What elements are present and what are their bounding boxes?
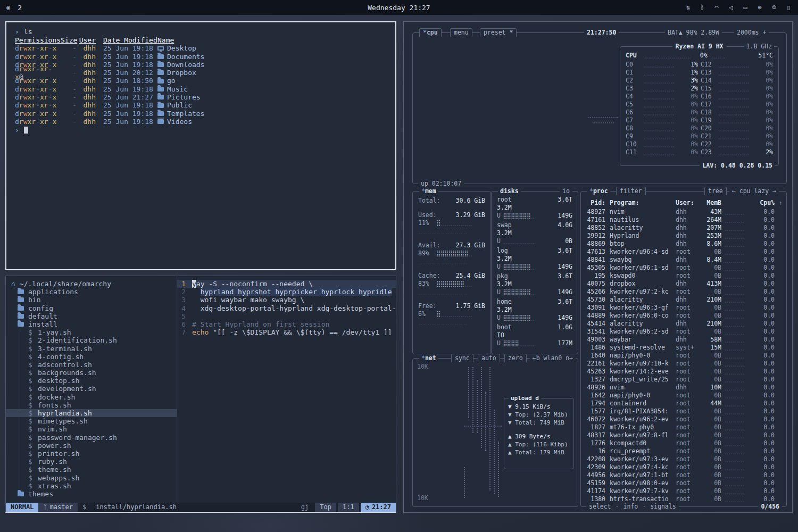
process-header[interactable]: Pid: Program: User: MemB Cpu% xyxy=(585,199,783,207)
tree-item[interactable]: $ruby.sh xyxy=(6,458,177,466)
user-icon[interactable]: ☺ xyxy=(771,4,777,11)
process-row[interactable]: 1577irq/81-PIXA3854:root0B⣀⣀⣀⣀⣀0.0 xyxy=(585,408,783,415)
process-row[interactable]: 1380btrfs-transactioroot0B⣀⣀⣀⣀⣀0.0 xyxy=(585,495,783,503)
net-sync-toggle[interactable]: sync xyxy=(451,354,473,362)
process-row[interactable]: 47161nautilusdhh264M⣀⣀⣀⣀⣀0.0 xyxy=(585,216,783,224)
tree-item[interactable]: $password-manager.sh xyxy=(6,434,177,442)
tree-item[interactable]: $1-yay.sh xyxy=(6,328,177,336)
process-row[interactable]: 1776kcompactd0root0B⣀⣀⣀⣀⣀0.0 xyxy=(585,439,783,447)
dropbox-icon[interactable]: ⇅ xyxy=(685,4,691,11)
process-row[interactable]: 46072kworker/u96:2-evroot0B⣀⣀⣀⣀⣀0.0 xyxy=(585,415,783,423)
tree-item[interactable]: themes xyxy=(6,490,177,498)
tree-item[interactable]: $desktop.sh xyxy=(6,377,177,385)
process-row[interactable]: 45266kworker/u97:2-kcroot0B⣀⣀⣀⣀⣀0.0 xyxy=(585,288,783,296)
battery-icon[interactable]: ▯ xyxy=(785,4,792,11)
tree-item[interactable]: $power.sh xyxy=(6,442,177,450)
process-row[interactable]: 49003waybardhh58M⣀⣀⣀⣀⣀0.0 xyxy=(585,336,783,344)
network-box-title[interactable]: *net xyxy=(419,354,438,362)
tree-item[interactable]: $mimetypes.sh xyxy=(6,417,177,425)
tree-item[interactable]: $adscontrol.sh xyxy=(6,361,177,369)
process-row[interactable]: 45159kworker/u98:0-evroot0B⣀⣀⣀⣀⣀0.0 xyxy=(585,479,783,487)
process-row[interactable]: 39912Hyprlanddhh253M⣀⣀⣀⣀⣀0.0 xyxy=(585,232,783,240)
memory-box-title[interactable]: *mem xyxy=(419,187,438,195)
process-row[interactable]: 40075dropboxdhh413M⣀⣀⣀⣀⣀0.0 xyxy=(585,280,783,288)
process-row[interactable]: 1827mt76-tx phy0root0B⣀⣀⣀⣀⣀0.0 xyxy=(585,423,783,431)
process-row[interactable]: 1327dmcrypt_write/25root0B⣀⣀⣀⣀⣀0.0 xyxy=(585,376,783,384)
io-toggle[interactable]: io xyxy=(560,187,572,195)
process-row[interactable]: 48841swaybgdhh8.4M⣀⣀⣀⣀⣀0.0 xyxy=(585,256,783,264)
tab-menu[interactable]: menu xyxy=(450,28,472,37)
tree-item[interactable]: default xyxy=(6,312,177,320)
tree-item[interactable]: config xyxy=(6,304,177,312)
process-row[interactable]: 41174kworker/u97:7-kvroot0B⣀⣀⣀⣀⣀0.0 xyxy=(585,487,783,495)
tree-item[interactable]: $4-config.sh xyxy=(6,353,177,361)
disks-box-title[interactable]: disks xyxy=(498,187,521,195)
tree-item[interactable]: $3-terminal.sh xyxy=(6,345,177,353)
tree-item[interactable]: bin xyxy=(6,296,177,304)
process-row[interactable]: 44956kworker/u97:1-btroot0B⣀⣀⣀⣀⣀0.0 xyxy=(585,471,783,479)
btop-window[interactable]: *cpu menu preset * 21:27:50 BAT▲ 98% 2.8… xyxy=(403,21,793,513)
process-row[interactable]: 48927nvimdhh43M⣀⣀⣀⣀⣀0.0 xyxy=(585,208,783,216)
process-row[interactable]: 1794containerdroot44M⣀⣀⣀⣀⣀0.0 xyxy=(585,400,783,408)
process-row[interactable]: 44889kworker/u96:0-coroot0B⣀⣀⣀⣀⣀0.0 xyxy=(585,312,783,320)
net-interface[interactable]: ←b wlan0 n→ xyxy=(530,354,576,362)
editor-window[interactable]: ⌂ ~/.local/share/omarchy applicationsbin… xyxy=(5,276,396,513)
process-box-title[interactable]: *proc xyxy=(587,187,610,195)
process-row[interactable]: 48869btopdhh8.6M⣀⣀⣀⣀⣀0.0 xyxy=(585,240,783,248)
tree-item[interactable]: $docker.sh xyxy=(6,393,177,401)
tab-preset[interactable]: preset * xyxy=(480,28,517,37)
proc-tree-toggle[interactable]: tree xyxy=(704,187,727,195)
proc-sort-nav[interactable]: ← cpu lazy → xyxy=(729,187,779,195)
process-row[interactable]: 195kswapd0root0B⣀⣀⣀⣀⣀0.0 xyxy=(585,272,783,280)
tree-item[interactable]: $theme.sh xyxy=(6,466,177,473)
process-row[interactable]: 48317kworker/u97:8-flroot0B⣀⣀⣀⣀⣀0.0 xyxy=(585,431,783,439)
wifi-icon[interactable]: ◠ xyxy=(713,4,720,11)
tab-cpu[interactable]: *cpu xyxy=(419,28,442,37)
process-row[interactable]: 1642napi/phy0-0root0B⣀⣀⣀⣀⣀0.0 xyxy=(585,392,783,400)
process-row[interactable]: 48852alacrittydhh207M⣀⣀⣀⣀⣀0.0 xyxy=(585,224,783,232)
terminal-window[interactable]: › ls PermissionsSizeUserDate ModifiedNam… xyxy=(5,21,396,270)
net-zero-toggle[interactable]: zero xyxy=(504,354,527,362)
process-row[interactable]: 31541kworker/u96:2-sdroot0B⣀⣀⣀⣀⣀0.0 xyxy=(585,328,783,336)
volume-icon[interactable]: ◁ xyxy=(728,4,734,11)
bluetooth-icon[interactable]: ᛒ xyxy=(699,4,705,11)
display-icon[interactable]: ▭ xyxy=(742,4,749,11)
current-file[interactable]: install/hyprlandia.sh xyxy=(91,503,181,512)
code-line[interactable]: 1yay -S --noconfirm --needed \ xyxy=(177,280,396,288)
code-line[interactable]: 7echo "[[ -z \$DISPLAY && \$(tty) == /de… xyxy=(177,328,396,336)
tree-item[interactable]: $hyprlandia.sh xyxy=(6,409,177,417)
tree-item[interactable]: $xtras.sh xyxy=(6,482,177,490)
code-buffer[interactable]: 1yay -S --noconfirm --needed \2 hyprland… xyxy=(177,276,396,503)
code-line[interactable]: 6# Start Hyprland on first session xyxy=(177,320,396,328)
workspace-indicator[interactable]: 2 xyxy=(18,4,22,12)
tree-item[interactable]: $nvim.sh xyxy=(6,425,177,433)
tree-item[interactable]: $development.sh xyxy=(6,385,177,393)
process-row[interactable]: 22161kworker/u97:10-kroot0B⣀⣀⣀⣀⣀0.0 xyxy=(585,360,783,368)
tree-item[interactable]: $2-identification.sh xyxy=(6,336,177,344)
net-auto-toggle[interactable]: auto xyxy=(478,354,500,362)
process-row[interactable]: 1640napi/phy0-0root0B⣀⣀⣀⣀⣀0.0 xyxy=(585,352,783,360)
tree-item[interactable]: $backgrounds.sh xyxy=(6,369,177,377)
process-row[interactable]: 47613kworker/u96:4-sdroot0B⣀⣀⣀⣀⣀0.0 xyxy=(585,248,783,256)
tree-root[interactable]: ⌂ ~/.local/share/omarchy xyxy=(6,280,177,288)
process-row[interactable]: 43091kworker/u96:3-gfroot0B⣀⣀⣀⣀⣀0.0 xyxy=(585,304,783,312)
process-row[interactable]: 45730alacrittydhh210M⣀⣀⣀⣀⣀0.0 xyxy=(585,296,783,304)
code-line[interactable]: 2 hyprland hyprshot hyprpicker hyprlock … xyxy=(177,288,396,296)
code-line[interactable]: 4 xdg-desktop-portal-hyprland xdg-deskto… xyxy=(177,304,396,312)
tree-item[interactable]: $printer.sh xyxy=(6,450,177,458)
process-row[interactable]: 1486systemd-resolvesyst+15M⣀⣀⣀⣀⣀0.0 xyxy=(585,344,783,352)
process-row[interactable]: 45414alacrittydhh210M⣀⣀⣀⣀⣀0.0 xyxy=(585,320,783,328)
tree-item[interactable]: $fonts.sh xyxy=(6,401,177,409)
code-line[interactable]: 3 wofi waybar mako swaybg \ xyxy=(177,296,396,304)
process-row[interactable]: 48926nvimdhh10M⣀⣀⣀⣀⣀0.0 xyxy=(585,384,783,392)
clock[interactable]: Wednesday 21:27 xyxy=(368,4,430,12)
git-branch[interactable]: ᛉ master xyxy=(38,503,78,512)
process-row[interactable]: 45263kworker/14:2-everoot0B⣀⣀⣀⣀⣀0.0 xyxy=(585,368,783,376)
file-tree[interactable]: ⌂ ~/.local/share/omarchy applicationsbin… xyxy=(6,276,177,503)
process-row[interactable]: 45305kworker/u96:1-sdroot0B⣀⣀⣀⣀⣀0.0 xyxy=(585,264,783,272)
process-row[interactable]: 42309kworker/u97:4-kcroot0B⣀⣀⣀⣀⣀0.0 xyxy=(585,463,783,471)
proc-filter[interactable]: filter xyxy=(616,187,646,195)
process-row[interactable]: 16rcu_preemptroot0B⣀⣀⣀⣀⣀0.0 xyxy=(585,447,783,455)
tree-item[interactable]: install xyxy=(6,320,177,328)
globe-icon[interactable]: ⊕ xyxy=(757,4,763,11)
